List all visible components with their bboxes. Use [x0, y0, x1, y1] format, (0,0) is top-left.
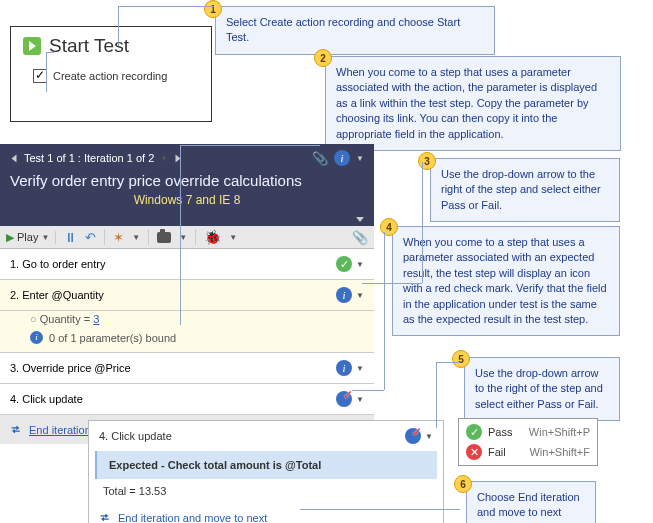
capture-dropdown[interactable]: ▼ — [132, 233, 140, 242]
step-row-2[interactable]: 2. Enter @Quantity i ▼ — [0, 280, 374, 311]
bug-dropdown[interactable]: ▼ — [229, 233, 237, 242]
detail-status-dropdown[interactable]: ▼ — [425, 432, 433, 441]
bound-label: 0 of 1 parameter(s) bound — [49, 332, 176, 344]
test-environment: Windows 7 and IE 8 — [10, 193, 364, 207]
pass-menu-item[interactable]: ✓ Pass Win+Shift+P — [462, 422, 594, 442]
callout-3: Use the drop-down arrow to the right of … — [430, 158, 620, 222]
test-title: Verify order entry price override calcul… — [10, 172, 364, 189]
detail-end-label: End iteration and move to next — [118, 512, 267, 524]
prev-icon[interactable] — [12, 154, 17, 162]
step-1-status-dropdown[interactable]: ▼ — [356, 260, 364, 269]
step-3-label: 3. Override price @Price — [10, 362, 131, 374]
callout-3-text: Use the drop-down arrow to the right of … — [441, 168, 601, 211]
expected-result-icon — [336, 391, 352, 407]
step-2-quantity: ○ Quantity = 3 — [0, 311, 374, 329]
quantity-link[interactable]: 3 — [93, 313, 99, 325]
detail-step-label: 4. Click update — [99, 430, 172, 442]
play-small-icon: ▶ — [6, 231, 14, 244]
callout-2: When you come to a step that uses a para… — [325, 56, 621, 151]
step-row-3[interactable]: 3. Override price @Price i ▼ — [0, 353, 374, 384]
detail-expected-icon — [405, 428, 421, 444]
detail-expected-block: Expected - Check total amount is @Total — [95, 451, 437, 479]
fail-icon: ✕ — [466, 444, 482, 460]
capture-icon[interactable]: ✶ — [113, 230, 124, 245]
detail-end-link[interactable]: End iteration and move to next — [89, 503, 443, 523]
step-4-label: 4. Click update — [10, 393, 83, 405]
step-detail-panel: 4. Click update ▼ Expected - Check total… — [88, 420, 444, 523]
callout-5-text: Use the drop-down arrow to the right of … — [475, 367, 603, 410]
end-iteration-icon — [10, 423, 23, 436]
create-action-recording-checkbox[interactable]: Create action recording — [33, 69, 211, 83]
pass-icon: ✓ — [466, 424, 482, 440]
info-icon[interactable]: i — [334, 150, 350, 166]
step-4-status-dropdown[interactable]: ▼ — [356, 395, 364, 404]
step-2-label: 2. Enter @Quantity — [10, 289, 104, 301]
pass-status-icon: ✓ — [336, 256, 352, 272]
iteration-dropdown[interactable]: ▼ — [160, 154, 168, 163]
bug-icon[interactable]: 🐞 — [204, 229, 221, 245]
steps-list: 1. Go to order entry ✓ ▼ 2. Enter @Quant… — [0, 249, 374, 444]
undo-icon[interactable]: ↶ — [85, 230, 96, 245]
callout-badge-4: 4 — [380, 218, 398, 236]
callout-badge-1: 1 — [204, 0, 222, 18]
callout-5: Use the drop-down arrow to the right of … — [464, 357, 620, 421]
step-3-status-icon: i — [336, 360, 352, 376]
callout-4-text: When you come to a step that uses a para… — [403, 236, 607, 325]
detail-step-row[interactable]: 4. Click update ▼ — [89, 421, 443, 451]
play-icon — [23, 37, 41, 55]
runner-toolbar: ▶ Play ▼ ⏸ ↶ ✶ ▼ ▼ 🐞 ▼ 📎 — [0, 226, 374, 249]
active-status-icon: i — [336, 287, 352, 303]
play-button[interactable]: ▶ Play ▼ — [6, 231, 56, 244]
step-2-status-dropdown[interactable]: ▼ — [356, 291, 364, 300]
callout-badge-2: 2 — [314, 49, 332, 67]
pass-fail-menu: ✓ Pass Win+Shift+P ✕ Fail Win+Shift+F — [458, 418, 598, 466]
callout-6-text: Choose End iteration and move to next — [477, 491, 580, 518]
create-action-recording-label: Create action recording — [53, 70, 167, 82]
iteration-label: Test 1 of 1 : Iteration 1 of 2 — [24, 152, 154, 164]
info-dropdown[interactable]: ▼ — [356, 154, 364, 163]
start-test-panel: Start Test Create action recording — [10, 26, 212, 122]
fail-label: Fail — [488, 446, 506, 458]
fail-menu-item[interactable]: ✕ Fail Win+Shift+F — [462, 442, 594, 462]
test-runner-panel: Test 1 of 1 : Iteration 1 of 2 ▼ 📎 i ▼ V… — [0, 144, 374, 438]
callout-badge-3: 3 — [418, 152, 436, 170]
detail-total: Total = 13.53 — [89, 479, 443, 503]
start-test-label: Start Test — [49, 35, 129, 57]
toolbar-attachment-icon[interactable]: 📎 — [352, 230, 368, 245]
pass-shortcut: Win+Shift+P — [529, 426, 590, 438]
end-iteration-icon — [99, 511, 112, 523]
callout-6: Choose End iteration and move to next — [466, 481, 596, 523]
camera-icon[interactable] — [157, 232, 171, 243]
step-3-status-dropdown[interactable]: ▼ — [356, 364, 364, 373]
start-test-button[interactable]: Start Test — [23, 35, 211, 57]
step-row-1[interactable]: 1. Go to order entry ✓ ▼ — [0, 249, 374, 280]
callout-1: Select Create action recording and choos… — [215, 6, 495, 55]
pause-icon[interactable]: ⏸ — [64, 230, 77, 245]
play-label: Play — [17, 231, 38, 243]
callout-badge-5: 5 — [452, 350, 470, 368]
collapse-icon[interactable] — [356, 217, 364, 222]
callout-1-text: Select Create action recording and choos… — [226, 16, 460, 43]
step-1-label: 1. Go to order entry — [10, 258, 105, 270]
callout-2-text: When you come to a step that uses a para… — [336, 66, 597, 140]
detail-expected-text: Expected - Check total amount is @Total — [109, 459, 321, 471]
bound-info-icon: i — [30, 331, 43, 344]
step-row-4[interactable]: 4. Click update ▼ — [0, 384, 374, 415]
quantity-label: Quantity = — [40, 313, 94, 325]
fail-shortcut: Win+Shift+F — [529, 446, 590, 458]
callout-4: When you come to a step that uses a para… — [392, 226, 620, 336]
step-2-bound: i 0 of 1 parameter(s) bound — [0, 329, 374, 353]
pass-label: Pass — [488, 426, 512, 438]
play-dropdown[interactable]: ▼ — [41, 233, 49, 242]
checkbox-checked-icon — [33, 69, 47, 83]
callout-badge-6: 6 — [454, 475, 472, 493]
attachment-icon[interactable]: 📎 — [312, 151, 328, 166]
runner-header: Test 1 of 1 : Iteration 1 of 2 ▼ 📎 i ▼ V… — [0, 144, 374, 217]
